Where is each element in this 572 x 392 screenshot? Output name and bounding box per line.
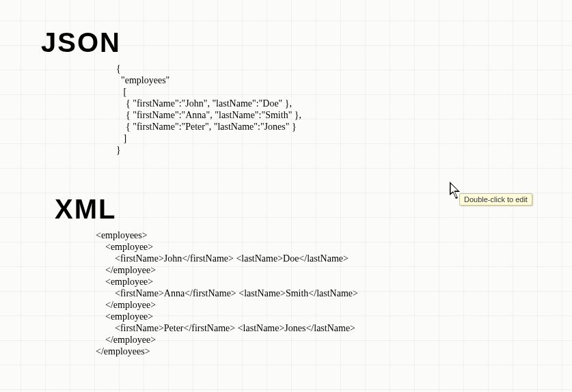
heading-json: JSON [41, 27, 121, 58]
json-code-block: { "employees" [ { "firstName":"John", "l… [116, 63, 301, 156]
edit-tooltip: Double-click to edit [459, 193, 532, 206]
canvas: JSON { "employees" [ { "firstName":"John… [0, 0, 572, 392]
xml-code-block: <employees> <employee> <firstName>John</… [96, 229, 358, 357]
heading-xml: XML [55, 194, 116, 225]
